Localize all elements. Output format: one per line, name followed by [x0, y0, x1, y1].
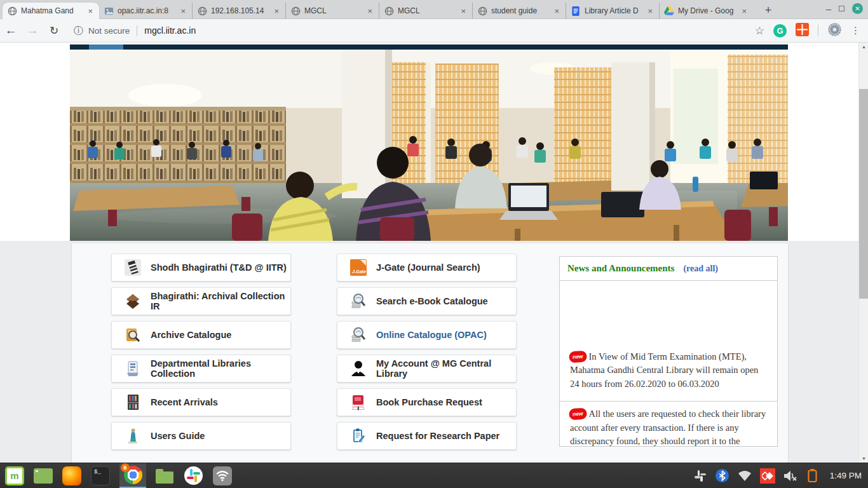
tab-close-icon[interactable]: × — [552, 6, 561, 16]
google-docs-favicon-icon — [571, 6, 581, 16]
window-close-button[interactable]: ✕ — [852, 3, 863, 14]
anydesk-tray-icon[interactable] — [760, 468, 775, 484]
globe-favicon-icon — [7, 6, 17, 16]
taskbar-clock[interactable]: 1:49 PM — [830, 471, 862, 480]
omnibox-divider — [137, 25, 137, 36]
show-desktop-button[interactable] — [34, 466, 53, 485]
tab-student-guide[interactable]: student guide × — [473, 3, 566, 19]
slack-tray-icon[interactable] — [693, 469, 707, 483]
window-minimize-button[interactable]: – — [826, 6, 831, 12]
link-label: My Account @ MG Central Library — [376, 358, 516, 379]
archival-book-icon — [125, 293, 141, 309]
red-book-icon — [350, 394, 367, 410]
new-tab-button[interactable]: + — [759, 3, 777, 19]
link-label: Request for Research Paper — [376, 431, 499, 441]
news-panel: News and Announcements (read all) newIn … — [559, 256, 778, 447]
site-nav-active-item[interactable] — [89, 44, 123, 50]
tab-mahatma-gandhi[interactable]: Mahatma Gand × — [3, 3, 99, 19]
link-archive-catalogue[interactable]: Archive Catalogue — [111, 321, 291, 349]
news-item-text: All the users are requested to check the… — [570, 409, 766, 446]
tab-library-article[interactable]: Library Article D × — [566, 3, 660, 19]
chrome-menu-icon[interactable]: ⋮ — [851, 25, 860, 36]
tab-opac[interactable]: opac.iitr.ac.in:8 × — [99, 3, 193, 19]
chrome-taskbar-item[interactable]: 6 — [119, 463, 146, 488]
reload-button[interactable]: ↻ — [43, 24, 65, 37]
link-departmental-libraries[interactable]: Departmental Libraries Collection — [111, 355, 291, 383]
battery-tray-icon[interactable] — [806, 469, 820, 483]
page-info-icon[interactable]: ⓘ — [74, 25, 83, 37]
book-search-icon — [350, 293, 367, 309]
tab-close-icon[interactable]: × — [272, 6, 281, 16]
tab-close-icon[interactable]: × — [179, 6, 187, 16]
grid-extension-icon[interactable] — [796, 23, 809, 39]
link-book-purchase[interactable]: Book Purchase Request — [337, 388, 517, 416]
scroll-down-arrow-icon[interactable]: ▼ — [859, 456, 868, 461]
globe-favicon-icon — [290, 6, 301, 16]
tab-close-icon[interactable]: × — [86, 6, 95, 16]
link-research-paper[interactable]: Request for Research Paper — [337, 422, 517, 450]
firefox-launcher[interactable] — [62, 466, 81, 485]
chrome-window-count-badge: 6 — [121, 463, 130, 472]
scrollbar-thumb[interactable] — [859, 89, 868, 299]
file-manager-launcher[interactable] — [156, 466, 175, 485]
tab-my-drive[interactable]: My Drive - Goog × — [660, 3, 753, 19]
bookmark-star-icon[interactable]: ☆ — [755, 24, 764, 37]
browser-tabstrip: Mahatma Gand × opac.iitr.ac.in:8 × 192.1… — [0, 0, 868, 19]
link-opac[interactable]: Online Catalogue (OPAC) — [337, 321, 517, 349]
globe-favicon-icon — [384, 6, 394, 16]
user-account-icon — [350, 360, 367, 377]
link-label: Departmental Libraries Collection — [151, 358, 290, 379]
grammarly-extension-icon[interactable]: G — [773, 24, 787, 37]
link-archival-collection[interactable]: Bhagirathi: Archival Collection IR — [111, 287, 291, 315]
network-tool-launcher[interactable] — [213, 466, 232, 485]
link-ebook-catalogue[interactable]: Search e-Book Catalogue — [337, 287, 517, 315]
tab-title: student guide — [491, 6, 548, 15]
link-label: Users Guide — [151, 431, 205, 441]
link-label: Recent Arrivals — [151, 397, 218, 407]
tab-close-icon[interactable]: × — [740, 6, 749, 16]
page-viewport: Shodh Bhagirathi (T&D @ IITR) Bhagirathi… — [0, 43, 868, 463]
link-my-account[interactable]: My Account @ MG Central Library — [337, 355, 517, 383]
bookshelf-icon — [125, 394, 141, 410]
wifi-tray-icon[interactable] — [738, 469, 752, 483]
tab-close-icon[interactable]: × — [365, 6, 374, 16]
archive-search-icon — [125, 327, 141, 343]
svg-text:J-Gate: J-Gate — [352, 269, 366, 274]
back-button[interactable]: ← — [0, 24, 22, 37]
tab-close-icon[interactable]: × — [459, 6, 468, 16]
bluetooth-tray-icon[interactable] — [715, 469, 729, 483]
tab-title: MGCL — [304, 6, 362, 15]
tab-title: 192.168.105.14 — [211, 6, 268, 15]
tab-close-icon[interactable]: × — [646, 6, 654, 16]
tab-title: Mahatma Gand — [21, 6, 82, 15]
window-restore-button[interactable] — [839, 6, 844, 11]
picture-favicon-icon — [104, 6, 114, 16]
tab-mgcl-1[interactable]: MGCL × — [286, 3, 379, 19]
volume-muted-tray-icon[interactable] — [783, 469, 797, 483]
mint-menu-button[interactable]: m — [5, 466, 24, 485]
news-item: newAll the users are requested to check … — [560, 402, 777, 446]
address-bar[interactable]: ⓘ Not secure mgcl.iitr.ac.in — [74, 25, 755, 37]
terminal-launcher[interactable]: $_ — [91, 466, 110, 485]
page-scrollbar[interactable]: ▲ ▼ — [858, 43, 868, 463]
new-badge: new — [570, 409, 586, 419]
link-jgate[interactable]: J-Gate J-Gate (Journal Search) — [337, 254, 517, 281]
profile-avatar[interactable] — [827, 22, 842, 39]
slack-launcher[interactable] — [184, 466, 203, 485]
site-nav-bar — [70, 44, 788, 50]
tab-mgcl-2[interactable]: MGCL × — [379, 3, 473, 19]
wifi-icon — [216, 471, 229, 481]
link-shodh-bhagirathi[interactable]: Shodh Bhagirathi (T&D @ IITR) — [111, 254, 291, 281]
tab-title: opac.iitr.ac.in:8 — [118, 6, 175, 15]
url-text[interactable]: mgcl.iitr.ac.in — [144, 25, 196, 36]
firefox-icon — [62, 466, 81, 485]
read-all-link[interactable]: (read all) — [683, 264, 718, 274]
link-label: Online Catalogue (OPAC) — [376, 330, 487, 340]
link-recent-arrivals[interactable]: Recent Arrivals — [111, 388, 291, 416]
google-drive-favicon-icon — [664, 6, 674, 16]
scroll-up-arrow-icon[interactable]: ▲ — [859, 44, 868, 49]
link-users-guide[interactable]: Users Guide — [111, 422, 291, 450]
forward-button[interactable]: → — [22, 24, 43, 37]
jgate-icon: J-Gate — [350, 259, 367, 276]
tab-ip-address[interactable]: 192.168.105.14 × — [193, 3, 286, 19]
